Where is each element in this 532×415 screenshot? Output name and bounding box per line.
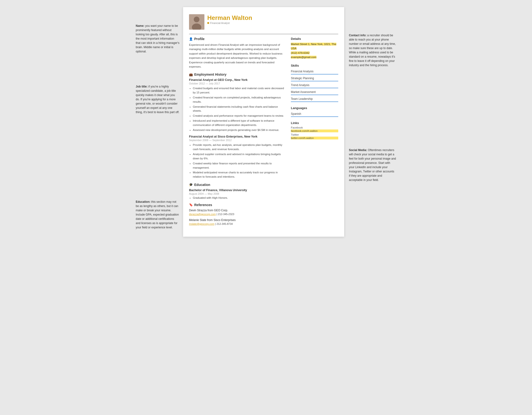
right-annotations: Contact info: a recruiter should be able…	[344, 7, 396, 237]
bullet: Created analysis and perfomance reports …	[193, 114, 286, 118]
edu-bullet: Graduated with High Honors.	[193, 196, 286, 199]
skill-5: Team Leadership	[291, 96, 338, 102]
ref-2-name: Melanie Slate from Sisco Enterprises	[189, 218, 286, 222]
skill-3: Trend Analysis	[291, 82, 338, 88]
profile-icon: 👤	[189, 37, 193, 41]
resume-body: 👤 Profile Experienced and driven Financi…	[189, 37, 338, 228]
social-annotation-text: Oftentimes recruiters will check your so…	[349, 148, 396, 182]
ref-1-phone: 212-345-2323	[218, 213, 234, 216]
header-text: Herman Walton Financial Analyst	[207, 14, 338, 24]
bullet: Analyzed supplier contracts and advised …	[193, 152, 286, 161]
resume-main: 👤 Profile Experienced and driven Financi…	[189, 37, 286, 228]
bullet: Created budgets and ensured that labor a…	[193, 86, 286, 95]
employment-section-title: 💼 Employment History	[189, 73, 286, 76]
resume-document: Herman Walton Financial Analyst 👤 Profil…	[183, 7, 344, 237]
bullet: Introduced and implemented a different t…	[193, 119, 286, 127]
job-2-dates: September 2008 — September 2012	[189, 139, 286, 142]
name-annotation: Name: you want your name to be prominent…	[136, 24, 180, 54]
link-1-platform: Facebook	[291, 126, 338, 129]
edu-dates: August 2004 — May 2008	[189, 192, 286, 195]
resume-sidebar: Details Market Street 1, New York, 1021,…	[291, 37, 338, 228]
education-label: Education:	[136, 200, 150, 203]
contact-annotation-label: Contact info:	[349, 34, 366, 37]
job-title-text: if you're a highly specialized candidate…	[136, 85, 179, 114]
left-annotations: Name: you want your name to be prominent…	[136, 7, 183, 237]
skill-1: Financial Analysis	[291, 69, 338, 74]
employment-icon: 💼	[189, 73, 193, 76]
ref-2: Melanie Slate from Sisco Enterprises msl…	[189, 218, 286, 225]
contact-details: Market Street 1, New York, 1021, The USA…	[291, 42, 338, 59]
education-icon: 🎓	[189, 183, 193, 186]
bullet: Provide reports, ad-hoc analysis, annual…	[193, 143, 286, 151]
bullet: Created weekly labor finance reports and…	[193, 161, 286, 170]
bullet: Assessed new development projects genera…	[193, 128, 286, 132]
link-1-url[interactable]: facebook.com/h.walton	[291, 129, 338, 132]
skill-4: Market Assessment	[291, 89, 338, 95]
job-2-bullets: Provide reports, ad-hoc analysis, annual…	[189, 143, 286, 179]
links-title: Links	[291, 121, 338, 125]
job-1-bullets: Created budgets and ensured that labor a…	[189, 86, 286, 132]
profile-section-title: 👤 Profile	[189, 37, 286, 41]
bullet: Generated financial statements including…	[193, 105, 286, 113]
edu-degree: Bachelor of Finance, Villanova Universit…	[189, 188, 286, 192]
details-title: Details	[291, 37, 338, 40]
education-text: this section may not be as lengthy as ot…	[136, 200, 179, 229]
ref-2-contact: mslate@geocorp.com | 212-345-8734	[189, 222, 286, 225]
page-wrapper: Name: you want your name to be prominent…	[136, 7, 396, 237]
job-2-title: Financial Analyst at Sisco Enterprises, …	[189, 135, 286, 138]
bullet: Created financial reports on completed p…	[193, 96, 286, 104]
svg-point-1	[194, 17, 200, 22]
language-1: Spanish	[291, 111, 338, 117]
ref-1-contact: dsrazza@geocorp.com | 212-345-2323	[189, 213, 286, 216]
email-highlight: example@gmail.com	[291, 56, 316, 59]
ref-2-phone: 212-345-8734	[217, 222, 233, 225]
header-divider	[189, 34, 338, 34]
candidate-avatar	[189, 14, 204, 30]
social-annotation: Social Media: Oftentimes recruiters will…	[349, 148, 396, 182]
languages-title: Languages	[291, 106, 338, 110]
skills-title: Skills	[291, 64, 338, 67]
profile-text: Experienced and driven Financial Analyst…	[189, 43, 286, 69]
link-2-url[interactable]: twitter.com/h.walton	[291, 137, 338, 139]
references-icon: 🔖	[189, 203, 193, 207]
bullet: Modeled anticipated revenue charts to ac…	[193, 170, 286, 179]
name-annotation-text: you want your name to be prominently fea…	[136, 24, 179, 53]
ref-2-email[interactable]: mslate@geocorp.com	[189, 222, 214, 225]
skill-2: Strategic Planning	[291, 76, 338, 81]
link-2-platform: Twitter	[291, 133, 338, 136]
contact-annotation: Contact info: a recruiter should be able…	[349, 33, 396, 67]
ref-1-email[interactable]: dsrazza@geocorp.com	[189, 213, 216, 216]
job-title-annotation: Job title: if you're a highly specialize…	[136, 84, 180, 114]
avatar-image	[189, 14, 204, 30]
title-dot	[207, 22, 209, 24]
ref-1-name: Devin Strazza from GEO Corp.	[189, 209, 286, 212]
education-annotation: Education: this section may not be as le…	[136, 200, 180, 229]
candidate-name: Herman Walton	[207, 14, 338, 22]
job-1-title: Financial Analyst at GEO Corp., New York	[189, 78, 286, 82]
job-1-dates: October 2012 — July 2017	[189, 82, 286, 85]
job-title-label: Job title:	[136, 85, 148, 88]
education-section-title: 🎓 Education	[189, 183, 286, 187]
references-section-title: 🔖 References	[189, 203, 286, 207]
ref-1: Devin Strazza from GEO Corp. dsrazza@geo…	[189, 209, 286, 216]
phone-highlight: (412) 479-6342	[291, 51, 310, 54]
resume-header: Herman Walton Financial Analyst	[189, 14, 338, 30]
social-annotation-label: Social Media:	[349, 148, 367, 152]
contact-annotation-text: a recruiter should be able to reach you …	[349, 34, 396, 67]
candidate-title: Financial Analyst	[207, 22, 338, 24]
edu-bullets: Graduated with High Honors.	[189, 196, 286, 199]
name-annotation-label: Name:	[136, 24, 144, 28]
address-highlight: Market Street 1, New York, 1021, The USA	[291, 43, 336, 50]
